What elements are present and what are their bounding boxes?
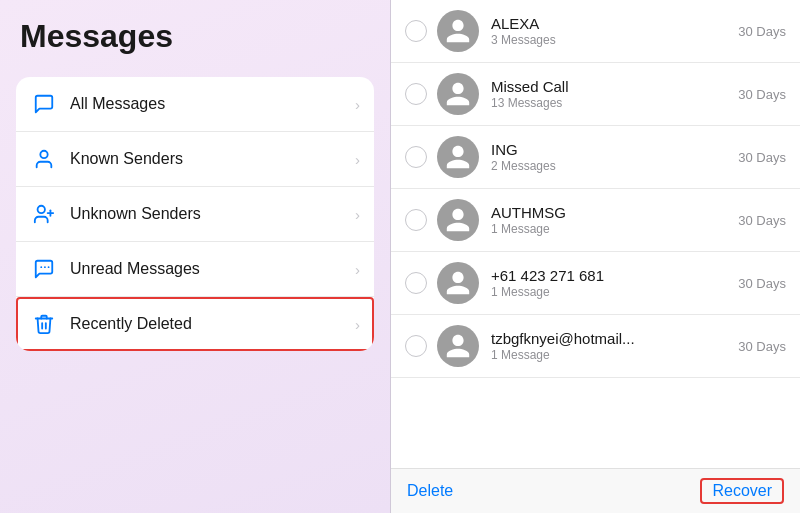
avatar xyxy=(437,73,479,115)
contact-name: +61 423 271 681 xyxy=(491,267,738,284)
contact-days: 30 Days xyxy=(738,87,786,102)
right-panel: ALEXA 3 Messages 30 Days Missed Call 13 … xyxy=(391,0,800,513)
contact-days: 30 Days xyxy=(738,276,786,291)
contact-row[interactable]: ALEXA 3 Messages 30 Days xyxy=(391,0,800,63)
sidebar-item-unknown-senders[interactable]: Unknown Senders › xyxy=(16,187,374,242)
contact-info: tzbgfknyei@hotmail... 1 Message xyxy=(491,330,738,362)
svg-point-6 xyxy=(48,266,50,268)
sidebar-item-unread-messages[interactable]: Unread Messages › xyxy=(16,242,374,297)
select-radio[interactable] xyxy=(405,272,427,294)
sidebar-item-label: All Messages xyxy=(70,95,355,113)
chat-unread-icon xyxy=(30,255,58,283)
app-title: Messages xyxy=(16,18,374,55)
select-radio[interactable] xyxy=(405,20,427,42)
chevron-right-icon: › xyxy=(355,151,360,168)
contact-days: 30 Days xyxy=(738,24,786,39)
svg-point-0 xyxy=(40,151,47,158)
contact-row[interactable]: Missed Call 13 Messages 30 Days xyxy=(391,63,800,126)
sidebar-item-label: Known Senders xyxy=(70,150,355,168)
trash-icon xyxy=(30,310,58,338)
contact-info: Missed Call 13 Messages xyxy=(491,78,738,110)
menu-list: All Messages › Known Senders › xyxy=(16,77,374,351)
avatar xyxy=(437,262,479,304)
contact-days: 30 Days xyxy=(738,339,786,354)
select-radio[interactable] xyxy=(405,83,427,105)
left-panel: Messages All Messages › Known Senders › xyxy=(0,0,390,513)
contact-sub: 13 Messages xyxy=(491,96,738,110)
avatar xyxy=(437,199,479,241)
person-icon xyxy=(30,145,58,173)
sidebar-item-label: Unread Messages xyxy=(70,260,355,278)
chevron-right-icon: › xyxy=(355,261,360,278)
chevron-right-icon: › xyxy=(355,316,360,333)
contact-sub: 1 Message xyxy=(491,348,738,362)
avatar xyxy=(437,136,479,178)
contact-row[interactable]: ING 2 Messages 30 Days xyxy=(391,126,800,189)
contact-name: tzbgfknyei@hotmail... xyxy=(491,330,738,347)
bottom-bar: Delete Recover xyxy=(391,468,800,513)
contact-name: Missed Call xyxy=(491,78,738,95)
contact-sub: 1 Message xyxy=(491,222,738,236)
avatar xyxy=(437,10,479,52)
person-unknown-icon xyxy=(30,200,58,228)
contact-row[interactable]: +61 423 271 681 1 Message 30 Days xyxy=(391,252,800,315)
recover-button[interactable]: Recover xyxy=(700,478,784,504)
chevron-right-icon: › xyxy=(355,206,360,223)
svg-point-5 xyxy=(44,266,46,268)
avatar xyxy=(437,325,479,367)
contact-days: 30 Days xyxy=(738,213,786,228)
contact-row[interactable]: AUTHMSG 1 Message 30 Days xyxy=(391,189,800,252)
contact-name: AUTHMSG xyxy=(491,204,738,221)
contact-info: +61 423 271 681 1 Message xyxy=(491,267,738,299)
delete-button[interactable]: Delete xyxy=(407,482,453,500)
chat-icon xyxy=(30,90,58,118)
svg-point-1 xyxy=(38,206,45,213)
sidebar-item-label: Unknown Senders xyxy=(70,205,355,223)
select-radio[interactable] xyxy=(405,146,427,168)
contact-name: ALEXA xyxy=(491,15,738,32)
select-radio[interactable] xyxy=(405,209,427,231)
contacts-list: ALEXA 3 Messages 30 Days Missed Call 13 … xyxy=(391,0,800,468)
contact-sub: 2 Messages xyxy=(491,159,738,173)
contact-info: ING 2 Messages xyxy=(491,141,738,173)
contact-name: ING xyxy=(491,141,738,158)
sidebar-item-all-messages[interactable]: All Messages › xyxy=(16,77,374,132)
contact-row[interactable]: tzbgfknyei@hotmail... 1 Message 30 Days xyxy=(391,315,800,378)
contact-days: 30 Days xyxy=(738,150,786,165)
contact-sub: 1 Message xyxy=(491,285,738,299)
select-radio[interactable] xyxy=(405,335,427,357)
sidebar-item-known-senders[interactable]: Known Senders › xyxy=(16,132,374,187)
sidebar-item-label: Recently Deleted xyxy=(70,315,355,333)
contact-info: ALEXA 3 Messages xyxy=(491,15,738,47)
svg-point-4 xyxy=(40,266,42,268)
chevron-right-icon: › xyxy=(355,96,360,113)
contact-sub: 3 Messages xyxy=(491,33,738,47)
contact-info: AUTHMSG 1 Message xyxy=(491,204,738,236)
sidebar-item-recently-deleted[interactable]: Recently Deleted › xyxy=(16,297,374,351)
